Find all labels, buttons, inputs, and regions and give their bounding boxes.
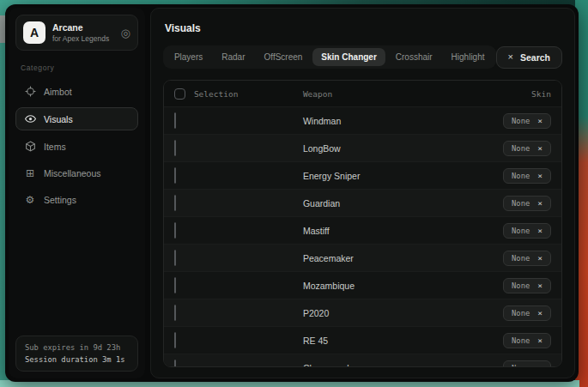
row-checkbox[interactable] [174,277,176,293]
sidebar-item-label: Miscellaneous [44,168,101,178]
skin-value: None [512,309,530,317]
row-checkbox[interactable] [174,112,176,129]
tab-radar[interactable]: Radar [213,48,253,66]
table-header: Selection Weapon Skin [164,81,561,106]
tab-crosshair[interactable]: Crosshair [387,48,441,66]
row-checkbox[interactable] [174,140,176,156]
tab-offscreen[interactable]: OffScreen [256,48,312,66]
category-label: Category [21,63,133,72]
sidebar-item-miscellaneous[interactable]: ⊞ Miscellaneous [15,162,138,184]
table-row: Changemaker None× [164,354,561,367]
skin-select[interactable]: None× [503,251,551,266]
tab-players[interactable]: Players [166,48,211,66]
sub-expires-text: Sub expires in 9d 23h [25,343,129,352]
skin-select[interactable]: None× [503,168,551,184]
clear-skin-icon[interactable]: × [537,364,543,367]
weapon-name: Mastiff [303,226,448,236]
tab-highlight[interactable]: Highlight [443,48,494,66]
tab-skin-changer[interactable]: Skin Changer [312,48,385,66]
sidebar: A Arcane for Apex Legends ◎ Category Aim… [9,8,145,378]
weapon-name: Mozambique [303,281,448,291]
x-icon: × [508,52,513,62]
header-skin: Skin [448,89,551,99]
skin-value: None [512,144,530,153]
skin-table: Selection Weapon Skin Windman None× Long… [163,80,562,367]
table-row: LongBow None× [164,134,561,161]
sidebar-item-label: Items [44,142,66,152]
select-all-checkbox[interactable] [174,88,185,100]
target-icon[interactable]: ◎ [121,27,130,39]
skin-select[interactable]: None× [503,113,551,129]
search-button-label: Search [520,52,550,63]
skin-value: None [512,227,530,235]
clear-skin-icon[interactable]: × [537,309,543,317]
row-checkbox[interactable] [174,167,176,184]
table-row: Guardian None× [164,189,561,216]
table-row: Peacemaker None× [164,244,561,271]
weapon-name: LongBow [303,143,448,154]
app-logo-card: A Arcane for Apex Legends ◎ [15,15,138,51]
skin-value: None [512,364,530,368]
skin-value: None [512,199,530,208]
gear-icon: ⚙ [24,195,36,205]
sidebar-item-aimbot[interactable]: Aimbot [15,80,138,103]
skin-value: None [512,172,530,180]
session-duration-text: Session duration 3m 1s [25,355,129,364]
skin-select[interactable]: None× [503,141,551,156]
tab-bar: Players Radar OffScreen Skin Changer Cro… [163,45,496,69]
header-selection: Selection [194,89,238,99]
row-checkbox[interactable] [174,195,176,211]
weapon-name: Energy Sniper [303,171,448,181]
app-subtitle: for Apex Legends [52,34,109,43]
skin-select[interactable]: None× [503,360,551,368]
skin-select[interactable]: None× [503,278,551,293]
eye-icon [24,113,36,124]
weapon-name: Windman [303,116,448,126]
sidebar-item-visuals[interactable]: Visuals [15,107,138,130]
sidebar-item-label: Settings [44,195,76,205]
row-checkbox[interactable] [174,360,176,368]
skin-select[interactable]: None× [503,333,551,348]
sidebar-item-label: Visuals [44,114,73,124]
skin-select[interactable]: None× [503,223,551,239]
sidebar-item-settings[interactable]: ⚙ Settings [15,189,138,211]
row-checkbox[interactable] [174,332,176,348]
skin-select[interactable]: None× [503,305,551,321]
app-window: A Arcane for Apex Legends ◎ Category Aim… [5,4,579,382]
row-checkbox[interactable] [174,222,176,239]
clear-skin-icon[interactable]: × [537,336,543,345]
header-weapon: Weapon [303,89,448,99]
skin-value: None [512,281,530,290]
weapon-name: Peacemaker [303,253,448,263]
app-logo: A [23,21,45,44]
clear-skin-icon[interactable]: × [537,281,543,290]
weapon-name: RE 45 [303,336,448,346]
sidebar-item-items[interactable]: Items [15,135,138,158]
clear-skin-icon[interactable]: × [537,117,543,125]
clear-skin-icon[interactable]: × [537,172,543,180]
table-row: RE 45 None× [164,326,561,354]
crosshair-icon [24,86,36,97]
subscription-card: Sub expires in 9d 23h Session duration 3… [15,336,138,372]
app-name: Arcane [52,22,109,33]
row-checkbox[interactable] [174,305,176,321]
table-row: Mastiff None× [164,216,561,244]
cube-icon [24,141,36,152]
page-title: Visuals [165,22,562,34]
row-checkbox[interactable] [174,250,176,266]
table-row: P2020 None× [164,299,561,326]
weapon-name: Changemaker [303,363,448,368]
table-row: Energy Sniper None× [164,161,561,189]
clear-skin-icon[interactable]: × [537,199,543,208]
table-row: Mozambique None× [164,271,561,299]
skin-value: None [512,336,530,345]
sidebar-item-label: Aimbot [44,87,72,97]
clear-skin-icon[interactable]: × [537,144,543,153]
clear-skin-icon[interactable]: × [537,227,543,235]
search-button[interactable]: × Search [496,46,562,69]
main-panel: Visuals Players Radar OffScreen Skin Cha… [150,8,575,378]
weapon-name: Guardian [303,198,448,209]
clear-skin-icon[interactable]: × [537,254,543,263]
skin-value: None [512,117,530,125]
skin-select[interactable]: None× [503,196,551,211]
